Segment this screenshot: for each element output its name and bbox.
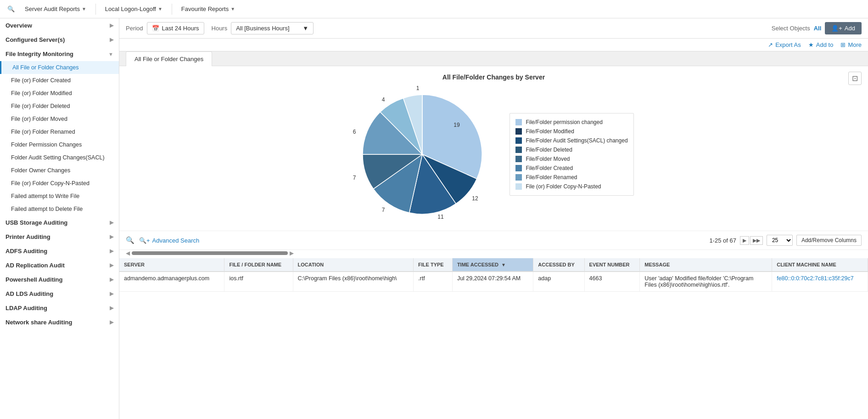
scroll-right-icon[interactable]: ▶	[290, 250, 294, 256]
sidebar-item-usb[interactable]: USB Storage Auditing ▶	[0, 215, 119, 230]
chevron-down-icon: ▼	[82, 6, 86, 11]
sidebar-item-network-share[interactable]: Network share Auditing ▶	[0, 315, 119, 329]
cell-location: C:\Program Files (x86)\root\home\high\	[293, 272, 414, 292]
svg-text:12: 12	[472, 195, 479, 202]
sidebar-item-ldap[interactable]: LDAP Auditing ▶	[0, 301, 119, 315]
sidebar-sub-folder-modified[interactable]: File (or) Folder Modified	[0, 87, 119, 100]
nav-favourite-reports[interactable]: Favourite Reports ▼	[176, 3, 241, 15]
chevron-right-icon: ▶	[110, 305, 113, 311]
legend-item-1: File/Folder Modified	[515, 128, 627, 135]
prev-page-button[interactable]: ▶	[740, 236, 749, 245]
sidebar-sub-folder-moved[interactable]: File (or) Folder Moved	[0, 113, 119, 125]
sidebar-item-adfs[interactable]: ADFS Auditing ▶	[0, 244, 119, 258]
more-link[interactable]: ⊞ More	[840, 41, 862, 48]
search-bar: 🔍 🔍+ Advanced Search 1-25 of 67 ▶ ▶▶ 25 …	[119, 231, 868, 250]
sidebar-sub-folder-renamed[interactable]: File (or) Folder Renamed	[0, 125, 119, 138]
scroll-left-icon[interactable]: ◀	[126, 250, 130, 256]
svg-text:19: 19	[454, 122, 460, 128]
sidebar-sub-folder-created[interactable]: File (or) Folder Created	[0, 74, 119, 87]
svg-text:1: 1	[416, 85, 420, 91]
action-toolbar: ↗ Export As ★ Add to ⊞ More	[119, 39, 868, 51]
legend-item-5: File/Folder Created	[515, 165, 627, 171]
cell-message: User 'adap' Modified file/folder 'C:\Pro…	[640, 272, 772, 292]
search-icon[interactable]: 🔍	[126, 236, 134, 244]
add-to-link[interactable]: ★ Add to	[808, 41, 834, 48]
sidebar-sub-all-file-folder[interactable]: All File or Folder Changes	[0, 61, 119, 74]
scroll-indicator[interactable]	[132, 251, 288, 255]
nav-arrows: ▶ ▶▶	[740, 236, 763, 245]
tab-all-file-folder-changes[interactable]: All File or Folder Changes	[126, 51, 212, 66]
period-label: Period	[126, 25, 143, 32]
col-server[interactable]: SERVER	[119, 258, 224, 272]
col-file-type[interactable]: FILE TYPE	[414, 258, 453, 272]
chevron-right-icon: ▶	[110, 277, 113, 283]
period-group: Period 📅 Last 24 Hours	[126, 22, 204, 34]
legend-swatch-6	[515, 174, 522, 181]
chevron-right-icon: ▶	[110, 319, 113, 325]
sidebar-item-printer[interactable]: Printer Auditing ▶	[0, 230, 119, 244]
svg-text:7: 7	[382, 207, 385, 213]
star-icon: ★	[808, 41, 814, 48]
top-nav: 🔍 Server Audit Reports ▼ Local Logon-Log…	[0, 0, 868, 18]
sidebar-sub-delete-fail[interactable]: Failed attempt to Delete File	[0, 203, 119, 215]
pie-chart: 19 12 11 7 7 6	[353, 85, 491, 223]
col-time-accessed[interactable]: TIME ACCESSED ▼	[452, 258, 533, 272]
per-page-select[interactable]: 25 50 100	[767, 235, 793, 246]
sidebar-sub-folder-owner[interactable]: Folder Owner Changes	[0, 164, 119, 177]
last-page-button[interactable]: ▶▶	[750, 236, 763, 245]
sidebar-sub-folder-deleted[interactable]: File (or) Folder Deleted	[0, 100, 119, 113]
sidebar-item-adlds[interactable]: AD LDS Auditing ▶	[0, 287, 119, 301]
data-area: 🔍 🔍+ Advanced Search 1-25 of 67 ▶ ▶▶ 25 …	[119, 231, 868, 419]
sidebar-sub-write-fail[interactable]: Failed attempt to Write File	[0, 190, 119, 203]
sidebar: Overview ▶ Configured Server(s) ▶ File I…	[0, 18, 119, 419]
cell-accessed-by: adap	[533, 272, 584, 292]
sidebar-item-file-integrity[interactable]: File Integrity Monitoring ▼	[0, 47, 119, 61]
sidebar-item-configured-servers[interactable]: Configured Server(s) ▶	[0, 33, 119, 47]
chevron-right-icon: ▶	[110, 262, 113, 268]
period-button[interactable]: 📅 Last 24 Hours	[147, 22, 204, 34]
chevron-right-icon: ▶	[110, 291, 113, 297]
legend-swatch-4	[515, 156, 522, 162]
sidebar-item-ad-replication[interactable]: AD Replication Audit ▶	[0, 258, 119, 272]
sidebar-item-powershell[interactable]: Powershell Auditing ▶	[0, 272, 119, 287]
sort-arrow-icon: ▼	[501, 262, 506, 267]
svg-text:11: 11	[438, 214, 444, 220]
hours-value: All [Business Hours]	[236, 25, 289, 32]
col-message[interactable]: MESSAGE	[640, 258, 772, 272]
data-table: SERVER FILE / FOLDER NAME LOCATION FILE …	[119, 258, 868, 292]
nav-local-logon[interactable]: Local Logon-Logoff ▼	[100, 3, 168, 15]
sidebar-item-overview[interactable]: Overview ▶	[0, 18, 119, 33]
advanced-search-icon: 🔍+	[139, 237, 150, 244]
add-remove-columns-button[interactable]: Add/Remove Columns	[796, 235, 862, 246]
add-button[interactable]: 👤+ Add	[825, 22, 862, 34]
chevron-right-icon: ▶	[110, 234, 113, 240]
col-file-folder-name[interactable]: FILE / FOLDER NAME	[224, 258, 293, 272]
hours-select[interactable]: All [Business Hours] ▼	[231, 22, 314, 34]
col-accessed-by[interactable]: ACCESSED BY	[533, 258, 584, 272]
chart-type-button[interactable]: ⊡	[848, 72, 862, 85]
nav-server-audit-reports[interactable]: Server Audit Reports ▼	[19, 3, 92, 15]
search-icon[interactable]: 🔍	[5, 3, 17, 16]
tab-bar: All File or Folder Changes	[119, 51, 868, 66]
advanced-search-button[interactable]: 🔍+ Advanced Search	[139, 237, 199, 244]
chart-container: 19 12 11 7 7 6	[129, 85, 859, 223]
legend-swatch-2	[515, 137, 522, 144]
sidebar-sub-folder-copy-paste[interactable]: File (or) Folder Copy-N-Pasted	[0, 177, 119, 190]
svg-text:4: 4	[382, 96, 385, 103]
col-event-number[interactable]: EVENT NUMBER	[584, 258, 640, 272]
hours-group: Hours All [Business Hours] ▼	[212, 22, 314, 34]
layout: Overview ▶ Configured Server(s) ▶ File I…	[0, 18, 868, 419]
col-location[interactable]: LOCATION	[293, 258, 414, 272]
chevron-right-icon: ▶	[110, 220, 113, 226]
export-as-link[interactable]: ↗ Export As	[768, 41, 801, 48]
legend-swatch-3	[515, 147, 522, 153]
select-objects-label: Select Objects	[772, 25, 810, 32]
legend-item-2: File/Folder Audit Settings(SACL) changed	[515, 137, 627, 144]
sidebar-sub-folder-audit-sacl[interactable]: Folder Audit Setting Changes(SACL)	[0, 151, 119, 164]
pagination: 1-25 of 67 ▶ ▶▶ 25 50 100 Add/Remove Col…	[709, 235, 862, 246]
sidebar-sub-folder-permission[interactable]: Folder Permission Changes	[0, 138, 119, 151]
legend-swatch-1	[515, 128, 522, 135]
add-user-icon: 👤+	[831, 25, 842, 32]
col-client-machine[interactable]: CLIENT MACHINE NAME	[772, 258, 868, 272]
toolbar: Period 📅 Last 24 Hours Hours All [Busine…	[119, 18, 868, 39]
